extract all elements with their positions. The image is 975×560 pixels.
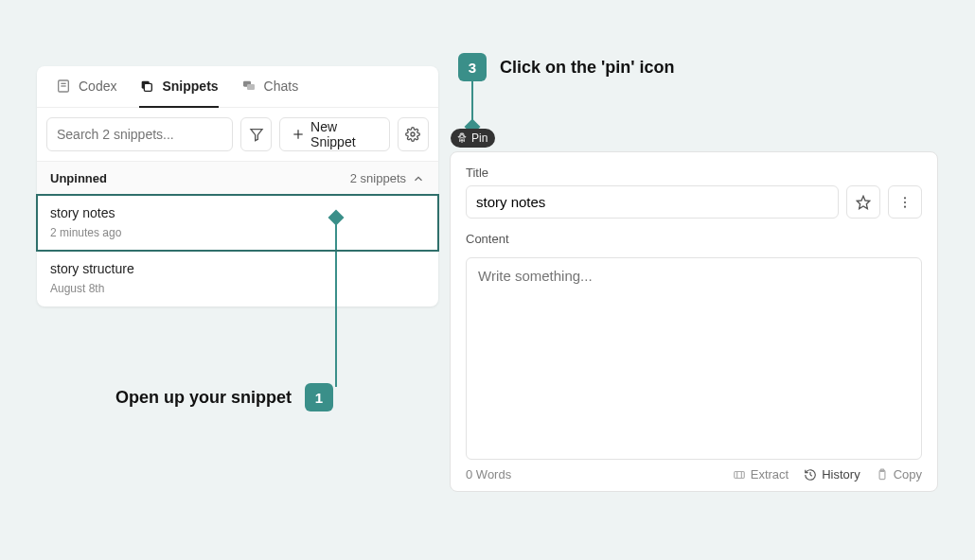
snippets-icon: [139, 79, 154, 94]
extract-button[interactable]: Extract: [733, 467, 789, 481]
svg-rect-16: [734, 471, 744, 478]
section-title: Unpinned: [50, 171, 107, 185]
extract-label: Extract: [751, 467, 789, 481]
more-vertical-icon: [897, 195, 913, 210]
star-icon: [856, 195, 871, 210]
history-icon: [804, 468, 817, 481]
svg-rect-6: [247, 84, 255, 90]
book-icon: [56, 79, 71, 94]
settings-button[interactable]: [398, 117, 429, 151]
section-count: 2 snippets: [350, 171, 406, 185]
callout-3: 3 Click on the 'pin' icon: [458, 53, 675, 81]
extract-icon: [733, 468, 746, 481]
star-button[interactable]: [846, 185, 880, 219]
history-label: History: [822, 467, 860, 481]
chevron-up-icon: [412, 172, 425, 185]
new-snippet-label: New Snippet: [310, 119, 378, 149]
pin-tooltip[interactable]: Pin: [451, 129, 495, 148]
svg-rect-4: [145, 83, 152, 91]
more-button[interactable]: [888, 185, 922, 219]
snippet-time: August 8th: [50, 282, 425, 295]
tab-label: Chats: [264, 79, 299, 94]
tab-chats[interactable]: Chats: [241, 66, 299, 108]
detail-footer: 0 Words Extract History Copy: [466, 467, 922, 481]
callout-1: Open up your snippet 1: [115, 383, 333, 411]
section-header-unpinned[interactable]: Unpinned 2 snippets: [37, 161, 438, 195]
clipboard-icon: [876, 468, 889, 481]
word-count: 0 Words: [466, 467, 511, 481]
callout-text: Open up your snippet: [115, 388, 292, 408]
snippet-time: 2 minutes ago: [50, 226, 425, 239]
callout-badge: 1: [305, 383, 333, 411]
history-button[interactable]: History: [804, 467, 860, 481]
toolbar: New Snippet: [37, 108, 438, 161]
snippet-item[interactable]: story notes 2 minutes ago: [37, 195, 438, 251]
tab-bar: Codex Snippets Chats: [37, 66, 438, 108]
content-label: Content: [466, 232, 922, 246]
callout-text: Click on the 'pin' icon: [500, 58, 675, 78]
callout-badge: 3: [458, 53, 487, 81]
pin-tooltip-label: Pin: [471, 131, 488, 145]
svg-point-14: [904, 201, 906, 202]
pin-icon: [456, 132, 468, 144]
copy-button[interactable]: Copy: [876, 467, 922, 481]
title-label: Title: [466, 166, 922, 180]
tab-snippets[interactable]: Snippets: [139, 66, 218, 108]
svg-point-15: [904, 205, 906, 207]
new-snippet-button[interactable]: New Snippet: [279, 117, 390, 151]
search-input[interactable]: [46, 117, 233, 151]
chats-icon: [241, 79, 257, 94]
snippet-title: story notes: [50, 205, 425, 220]
filter-button[interactable]: [240, 117, 272, 151]
content-textarea[interactable]: [466, 257, 922, 460]
svg-marker-7: [251, 130, 262, 141]
tab-label: Codex: [79, 79, 116, 94]
svg-marker-12: [857, 196, 869, 208]
filter-icon: [249, 127, 264, 142]
tab-label: Snippets: [162, 79, 218, 94]
gear-icon: [405, 127, 420, 142]
snippet-detail-panel: Title Content 0 Words Extract: [450, 151, 938, 492]
snippets-panel: Codex Snippets Chats New Snippet: [37, 66, 438, 306]
title-input[interactable]: [466, 185, 839, 219]
copy-label: Copy: [894, 467, 922, 481]
snippet-title: story structure: [50, 261, 425, 276]
svg-point-13: [904, 197, 906, 199]
plus-icon: [292, 128, 305, 141]
snippet-item[interactable]: story structure August 8th: [37, 251, 438, 306]
tab-codex[interactable]: Codex: [56, 66, 116, 108]
svg-point-10: [411, 132, 415, 136]
svg-line-20: [810, 475, 812, 476]
